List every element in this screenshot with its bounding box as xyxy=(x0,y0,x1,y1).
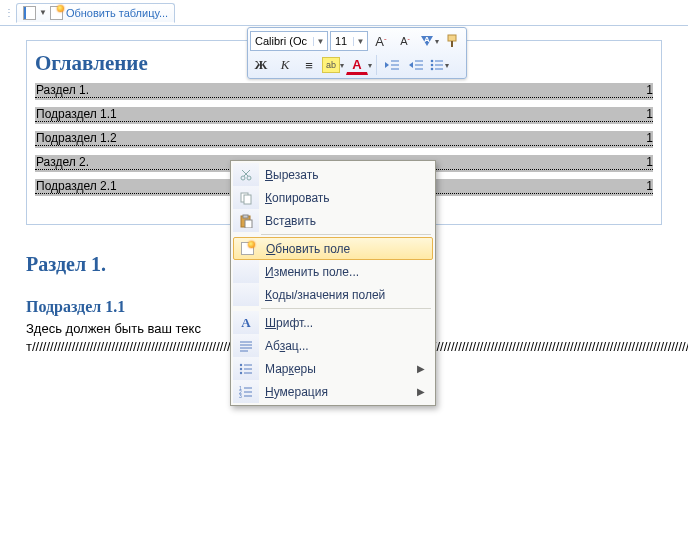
svg-rect-22 xyxy=(243,215,248,218)
dropdown-icon[interactable]: ▼ xyxy=(39,8,47,17)
ctx-paste[interactable]: Вставить xyxy=(233,209,433,232)
toc-entry[interactable]: Подраздел 1.11 xyxy=(35,107,653,124)
ctx-copy[interactable]: Копировать xyxy=(233,186,433,209)
svg-point-29 xyxy=(240,367,242,369)
separator xyxy=(261,234,431,235)
separator xyxy=(261,308,431,309)
numbering-icon: 123 xyxy=(233,380,259,403)
svg-rect-2 xyxy=(451,41,453,47)
svg-text:3: 3 xyxy=(239,393,242,398)
shrink-font-button[interactable]: Aˇ xyxy=(394,30,416,52)
ctx-toggle-codes[interactable]: Коды/значения полей xyxy=(233,283,433,306)
mini-toolbar: ▼ ▼ Aˆ Aˇ A ▾ Ж К ≡ ab▾ A▾ xyxy=(247,27,467,79)
toc-tab-bar: ⋮ ▼ Обновить таблицу... xyxy=(0,0,688,26)
svg-rect-20 xyxy=(244,195,251,204)
align-button[interactable]: ≡ xyxy=(298,54,320,76)
chevron-down-icon[interactable]: ▼ xyxy=(313,37,327,46)
toc-entry[interactable]: Подраздел 1.21 xyxy=(35,131,653,148)
font-icon: A xyxy=(233,311,259,334)
italic-button[interactable]: К xyxy=(274,54,296,76)
font-size-input[interactable] xyxy=(331,35,353,47)
svg-point-15 xyxy=(241,176,245,180)
bullets-toolbar-button[interactable]: ▾ xyxy=(429,58,449,72)
ctx-bullets[interactable]: Маркеры▶ xyxy=(233,357,433,380)
toc-entry[interactable]: Раздел 1.1 xyxy=(35,83,653,100)
svg-text:A: A xyxy=(424,35,430,44)
font-size-combo[interactable]: ▼ xyxy=(330,31,368,51)
font-combo[interactable]: ▼ xyxy=(250,31,328,51)
decrease-indent-button[interactable] xyxy=(381,54,403,76)
submenu-arrow-icon: ▶ xyxy=(417,386,425,397)
highlight-button[interactable]: ab▾ xyxy=(322,54,344,76)
svg-point-11 xyxy=(431,68,434,71)
bullets-icon xyxy=(233,357,259,380)
font-name-input[interactable] xyxy=(251,35,313,47)
page-icon xyxy=(23,6,36,20)
blank-icon xyxy=(233,283,259,306)
increase-indent-button[interactable] xyxy=(405,54,427,76)
paste-icon xyxy=(233,209,259,232)
ctx-edit-field[interactable]: Изменить поле... xyxy=(233,260,433,283)
toc-field-tab[interactable]: ▼ Обновить таблицу... xyxy=(16,3,175,23)
svg-rect-23 xyxy=(245,220,252,228)
paragraph-icon xyxy=(233,334,259,357)
ctx-cut[interactable]: Вырезать xyxy=(233,163,433,186)
grip-dots-icon: ⋮ xyxy=(2,7,16,18)
grow-font-button[interactable]: Aˆ xyxy=(370,30,392,52)
blank-icon xyxy=(233,260,259,283)
scissors-icon xyxy=(233,163,259,186)
ctx-numbering[interactable]: 123Нумерация▶ xyxy=(233,380,433,403)
svg-point-10 xyxy=(431,64,434,67)
svg-point-16 xyxy=(247,176,251,180)
svg-point-9 xyxy=(431,60,434,63)
font-color-button[interactable]: A▾ xyxy=(346,56,372,75)
format-painter-button[interactable] xyxy=(442,30,464,52)
ctx-update-field[interactable]: Обновить поле xyxy=(233,237,433,260)
context-menu: Вырезать Копировать Вставить Обновить по… xyxy=(230,160,436,406)
separator xyxy=(376,55,377,75)
tab-label: Обновить таблицу... xyxy=(66,7,168,19)
chevron-down-icon[interactable]: ▼ xyxy=(353,37,367,46)
svg-point-28 xyxy=(240,363,242,365)
submenu-arrow-icon: ▶ xyxy=(417,363,425,374)
bold-button[interactable]: Ж xyxy=(250,54,272,76)
ctx-paragraph[interactable]: Абзац... xyxy=(233,334,433,357)
svg-rect-1 xyxy=(448,35,456,41)
ctx-font[interactable]: AШрифт... xyxy=(233,311,433,334)
svg-point-30 xyxy=(240,371,242,373)
styles-button[interactable]: A ▾ xyxy=(418,30,440,52)
update-icon xyxy=(234,238,260,259)
copy-icon xyxy=(233,186,259,209)
refresh-page-icon xyxy=(50,6,63,20)
